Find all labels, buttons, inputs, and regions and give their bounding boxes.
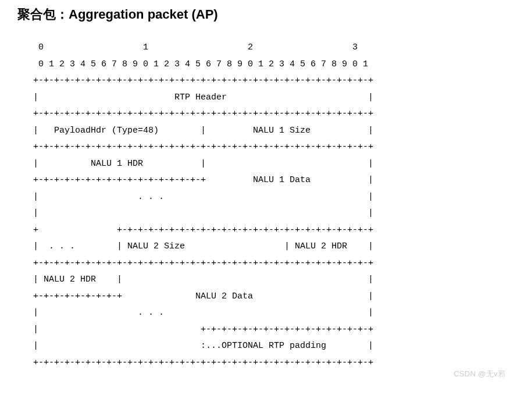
diagram-line: | +-+-+-+-+-+-+-+-+-+-+-+-+-+-+-+-+ (17, 325, 373, 334)
diagram-line: | | (17, 208, 373, 218)
diagram-line: | NALU 1 HDR | | (17, 159, 373, 169)
packet-diagram-block: 0 1 2 3 0 1 2 3 4 5 6 7 8 9 0 1 2 3 4 5 … (17, 35, 493, 371)
diagram-line: | NALU 2 HDR | | (17, 275, 373, 284)
document-container: 聚合包：Aggregation packet (AP) 0 1 2 3 0 1 … (0, 0, 510, 383)
diagram-line: +-+-+-+-+-+-+-+-+-+-+-+-+-+-+-+-+-+-+-+-… (17, 142, 373, 152)
diagram-line: | :...OPTIONAL RTP padding | (17, 341, 373, 351)
diagram-line: | . . . | NALU 2 Size | NALU 2 HDR | (17, 241, 373, 251)
diagram-line: | . . . | (17, 192, 373, 202)
diagram-line: + +-+-+-+-+-+-+-+-+-+-+-+-+-+-+-+-+-+-+-… (17, 225, 373, 235)
diagram-line: 0 1 2 3 4 5 6 7 8 9 0 1 2 3 4 5 6 7 8 9 … (17, 59, 368, 69)
diagram-line: +-+-+-+-+-+-+-+-+ NALU 2 Data | (17, 291, 373, 301)
watermark-text: CSDN @无v邪 (454, 369, 505, 379)
section-heading: 聚合包：Aggregation packet (AP) (17, 6, 493, 23)
diagram-line: +-+-+-+-+-+-+-+-+-+-+-+-+-+-+-+-+-+-+-+-… (17, 76, 373, 86)
diagram-line: | RTP Header | (17, 92, 373, 102)
diagram-line: | PayloadHdr (Type=48) | NALU 1 Size | (17, 126, 373, 136)
diagram-line: +-+-+-+-+-+-+-+-+-+-+-+-+-+-+-+-+ NALU 1… (17, 175, 373, 185)
diagram-line: +-+-+-+-+-+-+-+-+-+-+-+-+-+-+-+-+-+-+-+-… (17, 109, 373, 119)
diagram-line: | . . . | (17, 308, 373, 318)
diagram-line: +-+-+-+-+-+-+-+-+-+-+-+-+-+-+-+-+-+-+-+-… (17, 358, 373, 368)
diagram-line: 0 1 2 3 (17, 42, 358, 52)
diagram-line: +-+-+-+-+-+-+-+-+-+-+-+-+-+-+-+-+-+-+-+-… (17, 258, 373, 268)
